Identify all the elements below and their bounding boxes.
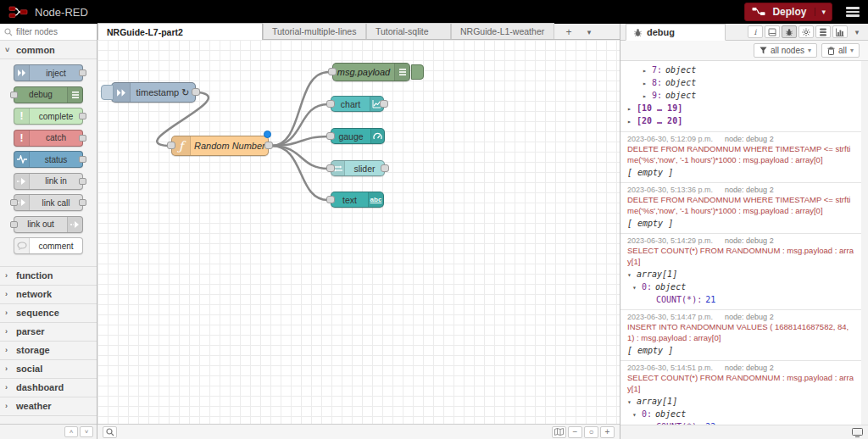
input-port[interactable] (10, 221, 18, 228)
message-node[interactable]: node: debug 2 (725, 313, 774, 321)
flow-node-gauge[interactable]: gauge (331, 128, 385, 144)
debug-enable-toggle[interactable] (411, 64, 424, 80)
input-port[interactable] (167, 142, 175, 149)
output-port[interactable] (79, 156, 86, 163)
deploy-caret-icon[interactable]: ▾ (815, 8, 832, 16)
deploy-button[interactable]: Deploy ▾ (744, 3, 832, 21)
expand-all-button[interactable]: ˅ (80, 426, 93, 437)
object-type: object (665, 77, 696, 89)
array-range[interactable]: [10 … 19] (637, 103, 682, 114)
palette-category-dashboard[interactable]: › dashboard (0, 379, 97, 397)
debug-message-list[interactable]: ▸7:object ▸8:object ▸9:object ▸[10 … 19]… (620, 61, 868, 425)
expand-caret-icon[interactable]: ▸ (627, 116, 633, 128)
message-node[interactable]: node: debug 2 (725, 364, 774, 372)
palette-node-inject[interactable]: inject (14, 64, 83, 81)
inject-button[interactable] (101, 85, 114, 100)
expand-caret-icon[interactable]: ▸ (643, 65, 648, 77)
canvas-search-button[interactable] (103, 426, 117, 438)
expand-caret-icon[interactable]: ▸ (643, 78, 648, 90)
palette-node-link-call[interactable]: link call (14, 194, 83, 211)
output-port[interactable] (381, 164, 389, 172)
expand-caret-icon[interactable]: ▸ (627, 103, 633, 115)
zoom-in-button[interactable]: + (600, 426, 615, 438)
input-port[interactable] (326, 196, 335, 203)
flow-node-text[interactable]: text abc (331, 192, 384, 208)
input-port[interactable] (326, 100, 335, 108)
output-port[interactable] (192, 88, 200, 96)
output-port[interactable] (380, 100, 388, 108)
message-node[interactable]: node: debug 2 (725, 135, 774, 143)
palette-filter-input[interactable] (16, 27, 84, 36)
flow-node-slider[interactable]: slider (331, 160, 385, 176)
input-port[interactable] (326, 132, 335, 140)
node-label: chart (331, 99, 370, 109)
palette-category-parser[interactable]: › parser (0, 323, 97, 342)
open-window-icon[interactable] (852, 428, 863, 437)
palette-node-link-in[interactable]: link in (14, 173, 83, 190)
message-node[interactable]: node: debug 2 (725, 236, 774, 245)
palette-category-network[interactable]: › network (0, 286, 97, 304)
palette-category-function[interactable]: › function (0, 267, 97, 286)
exclamation-icon: ! (14, 131, 30, 146)
tab-list-caret-icon[interactable]: ▾ (580, 25, 598, 39)
output-port[interactable] (79, 199, 86, 206)
collapse-caret-icon[interactable]: ▾ (627, 397, 633, 408)
info-tab-button[interactable]: i (748, 25, 763, 38)
input-port[interactable] (328, 68, 337, 75)
palette-node-debug[interactable]: debug (14, 86, 83, 103)
input-port[interactable] (10, 199, 18, 206)
zoom-out-button[interactable]: − (568, 426, 582, 438)
category-label: common (16, 45, 55, 55)
collapse-caret-icon[interactable]: ▾ (627, 270, 633, 281)
context-data-tab-button[interactable] (815, 25, 831, 38)
filter-nodes-button[interactable]: all nodes ▾ (754, 43, 817, 58)
input-port[interactable] (10, 92, 18, 98)
help-tab-button[interactable] (765, 25, 780, 38)
flow-canvas[interactable]: timestamp ↻ ƒ Random Number msg.payload (97, 40, 620, 439)
output-port[interactable] (79, 178, 86, 185)
node-label: catch (30, 133, 82, 142)
palette-node-status[interactable]: status (14, 151, 83, 168)
palette-node-catch[interactable]: ! catch (14, 130, 83, 147)
sidebar-caret-icon[interactable]: ▾ (849, 25, 865, 38)
config-nodes-tab-button[interactable] (798, 25, 814, 38)
palette-category-social[interactable]: › social (0, 360, 97, 379)
output-port[interactable] (79, 135, 86, 142)
message-node[interactable]: node: debug 2 (725, 186, 774, 194)
flow-node-timestamp[interactable]: timestamp ↻ (111, 82, 196, 103)
tab-debug[interactable]: debug (626, 24, 726, 41)
dashboard-tab-button[interactable] (832, 25, 848, 38)
palette-category-storage[interactable]: › storage (0, 342, 97, 360)
flow-node-chart[interactable]: chart (331, 96, 384, 112)
flow-node-msg-payload[interactable]: msg.payload (332, 63, 410, 81)
node-label: comment (30, 242, 82, 251)
navigator-button[interactable] (552, 426, 566, 438)
array-range[interactable]: [20 … 20] (637, 115, 682, 127)
tab-nrguide-l7-part2[interactable]: NRGuide-L7-part2 (97, 23, 263, 40)
output-port[interactable] (264, 142, 273, 149)
tab-tutorial-sqlite[interactable]: Tutorial-sqlite (366, 23, 451, 39)
add-tab-button[interactable]: + (559, 25, 578, 39)
flow-node-random-number[interactable]: ƒ Random Number (171, 136, 269, 156)
collapse-caret-icon[interactable]: ▾ (632, 409, 638, 421)
palette-category-weather[interactable]: › weather (0, 397, 97, 416)
category-label: parser (16, 326, 45, 336)
output-port[interactable] (79, 113, 86, 119)
tab-nrguide-l1-weather[interactable]: NRGuide-L1-weather (451, 23, 554, 39)
app-title: Node-RED (35, 6, 88, 19)
zoom-reset-button[interactable]: ○ (584, 426, 598, 438)
menu-icon[interactable] (844, 3, 861, 20)
clear-messages-button[interactable]: all ▾ (821, 43, 860, 58)
input-port[interactable] (326, 164, 335, 172)
output-port[interactable] (79, 69, 86, 76)
palette-category-common[interactable]: ˅ common (0, 41, 97, 59)
tab-tutorial-multiple-lines[interactable]: Tutorial-multiple-lines (263, 23, 366, 39)
expand-caret-icon[interactable]: ▸ (643, 91, 648, 103)
palette-node-comment[interactable]: comment (14, 237, 83, 254)
palette-category-sequence[interactable]: › sequence (0, 304, 97, 323)
debug-tab-button[interactable] (782, 25, 797, 38)
palette-node-link-out[interactable]: link out (14, 216, 83, 233)
palette-node-complete[interactable]: ! complete (14, 108, 83, 125)
collapse-all-button[interactable]: ˄ (64, 426, 78, 437)
collapse-caret-icon[interactable]: ▾ (632, 282, 638, 294)
